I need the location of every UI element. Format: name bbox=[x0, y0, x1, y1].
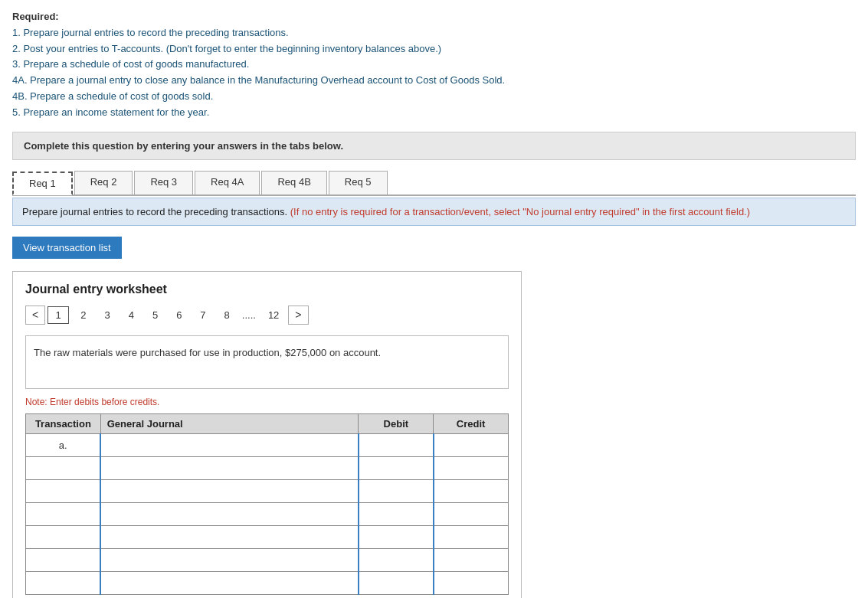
debit-input-6[interactable] bbox=[362, 576, 430, 590]
debit-cell-2[interactable] bbox=[359, 479, 434, 502]
page-6-button[interactable]: 6 bbox=[169, 307, 188, 323]
credit-cell-6[interactable] bbox=[434, 571, 509, 594]
next-page-button[interactable]: > bbox=[288, 306, 308, 325]
debit-cell-0[interactable] bbox=[359, 433, 434, 456]
trans-cell-1 bbox=[26, 456, 101, 479]
credit-input-1[interactable] bbox=[437, 461, 505, 475]
req-item-3: 3. Prepare a schedule of cost of goods m… bbox=[12, 58, 249, 70]
credit-input-3[interactable] bbox=[437, 507, 505, 521]
prev-page-button[interactable]: < bbox=[25, 306, 45, 325]
req-item-5: 5. Prepare an income statement for the y… bbox=[12, 106, 209, 118]
page-1-button[interactable]: 1 bbox=[47, 306, 69, 324]
req-item-2: 2. Post your entries to T-accounts. (Don… bbox=[12, 43, 441, 54]
col-header-credit: Credit bbox=[434, 413, 509, 433]
required-heading: Required: bbox=[12, 11, 59, 22]
journal-input-2[interactable] bbox=[104, 484, 355, 498]
page-5-button[interactable]: 5 bbox=[146, 307, 165, 323]
col-header-transaction: Transaction bbox=[26, 413, 101, 433]
journal-input-0[interactable] bbox=[104, 438, 355, 453]
req-item-1: 1. Prepare journal entries to record the… bbox=[12, 27, 289, 38]
req-item-4b: 4B. Prepare a schedule of cost of goods … bbox=[12, 90, 213, 102]
col-header-debit: Debit bbox=[359, 413, 434, 433]
tab-req1[interactable]: Req 1 bbox=[12, 172, 73, 195]
table-row bbox=[26, 571, 509, 594]
debit-cell-4[interactable] bbox=[359, 525, 434, 548]
trans-cell-4 bbox=[26, 525, 101, 548]
transaction-description: The raw materials were purchased for use… bbox=[25, 335, 509, 389]
debit-input-2[interactable] bbox=[362, 484, 430, 498]
credit-input-6[interactable] bbox=[437, 576, 505, 590]
debit-cell-3[interactable] bbox=[359, 502, 434, 525]
debit-cell-5[interactable] bbox=[359, 548, 434, 571]
credit-cell-1[interactable] bbox=[434, 456, 509, 479]
debit-input-3[interactable] bbox=[362, 507, 430, 521]
worksheet-container: Journal entry worksheet < 1 2 3 4 5 6 7 … bbox=[12, 271, 522, 598]
tab-req5[interactable]: Req 5 bbox=[329, 171, 388, 194]
credit-input-4[interactable] bbox=[437, 530, 505, 544]
journal-input-3[interactable] bbox=[104, 507, 355, 521]
page-3-button[interactable]: 3 bbox=[97, 307, 116, 323]
journal-cell-4[interactable] bbox=[100, 525, 359, 548]
table-row bbox=[26, 456, 509, 479]
tab-req4b[interactable]: Req 4B bbox=[261, 171, 326, 194]
worksheet-title: Journal entry worksheet bbox=[25, 283, 509, 296]
tab-req4a[interactable]: Req 4A bbox=[195, 171, 260, 194]
credit-cell-2[interactable] bbox=[434, 479, 509, 502]
debit-input-0[interactable] bbox=[362, 438, 430, 453]
tab-req3[interactable]: Req 3 bbox=[134, 171, 193, 194]
journal-cell-1[interactable] bbox=[100, 456, 359, 479]
table-row bbox=[26, 548, 509, 571]
journal-cell-3[interactable] bbox=[100, 502, 359, 525]
trans-cell-0: a. bbox=[26, 433, 101, 456]
trans-cell-3 bbox=[26, 502, 101, 525]
journal-input-5[interactable] bbox=[104, 553, 355, 567]
page-7-button[interactable]: 7 bbox=[193, 307, 212, 323]
credit-cell-4[interactable] bbox=[434, 525, 509, 548]
trans-cell-6 bbox=[26, 571, 101, 594]
journal-input-4[interactable] bbox=[104, 530, 355, 544]
credit-cell-0[interactable] bbox=[434, 433, 509, 456]
tabs-container: Req 1 Req 2 Req 3 Req 4A Req 4B Req 5 bbox=[12, 171, 856, 196]
page-12-button[interactable]: 12 bbox=[261, 307, 286, 323]
debit-input-5[interactable] bbox=[362, 553, 430, 567]
debit-input-1[interactable] bbox=[362, 461, 430, 475]
journal-cell-6[interactable] bbox=[100, 571, 359, 594]
table-row bbox=[26, 502, 509, 525]
credit-input-0[interactable] bbox=[437, 438, 505, 453]
credit-input-5[interactable] bbox=[437, 553, 505, 567]
info-banner-text: Prepare journal entries to record the pr… bbox=[22, 206, 290, 217]
note-text: Note: Enter debits before credits. bbox=[25, 397, 509, 407]
instruction-box: Complete this question by entering your … bbox=[12, 132, 856, 160]
journal-cell-5[interactable] bbox=[100, 548, 359, 571]
page-2-button[interactable]: 2 bbox=[74, 307, 93, 323]
table-row: a. bbox=[26, 433, 509, 456]
page-dots: ..... bbox=[239, 307, 259, 323]
journal-cell-0[interactable] bbox=[100, 433, 359, 456]
info-banner: Prepare journal entries to record the pr… bbox=[12, 198, 856, 227]
nav-row: < 1 2 3 4 5 6 7 8 ..... 12 > bbox=[25, 306, 509, 325]
journal-table: Transaction General Journal Debit Credit… bbox=[25, 413, 509, 595]
required-section: Required: 1. Prepare journal entries to … bbox=[12, 9, 856, 121]
col-header-general-journal: General Journal bbox=[100, 413, 359, 433]
credit-cell-3[interactable] bbox=[434, 502, 509, 525]
table-row bbox=[26, 479, 509, 502]
debit-cell-6[interactable] bbox=[359, 571, 434, 594]
req-item-4a: 4A. Prepare a journal entry to close any… bbox=[12, 74, 505, 86]
journal-cell-2[interactable] bbox=[100, 479, 359, 502]
tab-req2[interactable]: Req 2 bbox=[74, 171, 133, 194]
page-4-button[interactable]: 4 bbox=[122, 307, 141, 323]
table-row bbox=[26, 525, 509, 548]
debit-cell-1[interactable] bbox=[359, 456, 434, 479]
page-8-button[interactable]: 8 bbox=[218, 307, 237, 323]
debit-input-4[interactable] bbox=[362, 530, 430, 544]
journal-input-6[interactable] bbox=[104, 576, 355, 590]
trans-cell-2 bbox=[26, 479, 101, 502]
trans-cell-5 bbox=[26, 548, 101, 571]
credit-cell-5[interactable] bbox=[434, 548, 509, 571]
view-transaction-list-button[interactable]: View transaction list bbox=[12, 237, 122, 259]
journal-input-1[interactable] bbox=[104, 461, 355, 475]
info-banner-red: (If no entry is required for a transacti… bbox=[290, 206, 750, 217]
credit-input-2[interactable] bbox=[437, 484, 505, 498]
